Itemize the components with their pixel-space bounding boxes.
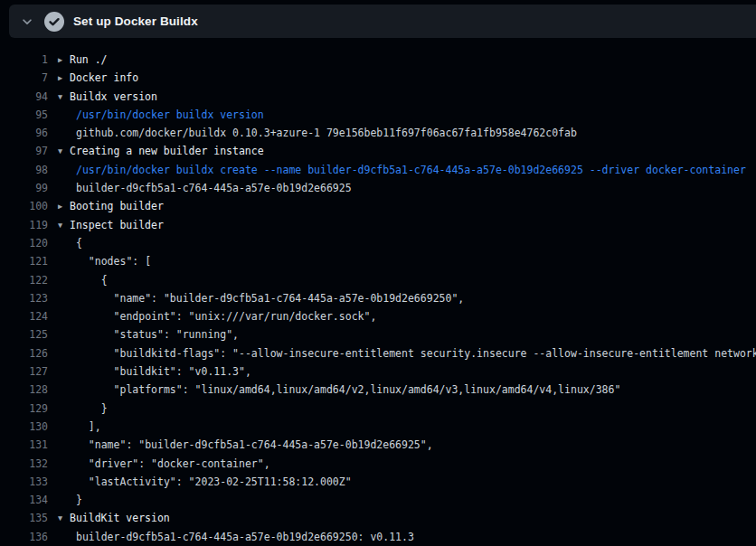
line-number[interactable]: 133 (0, 473, 48, 491)
line-number[interactable]: 130 (0, 418, 48, 436)
line-number[interactable]: 7 (0, 69, 48, 87)
log-line[interactable]: 98 /usr/bin/docker buildx create --name … (0, 161, 756, 179)
line-number[interactable]: 121 (0, 252, 48, 270)
chevron-down-icon[interactable] (19, 14, 35, 30)
group-collapsed-icon[interactable]: ▶ (58, 69, 62, 87)
log-text: } (76, 491, 82, 509)
log-line[interactable]: 99 builder-d9cfb5a1-c764-445a-a57e-0b19d… (0, 179, 756, 197)
line-number[interactable]: 122 (0, 271, 48, 289)
log-line[interactable]: 133 "lastActivity": "2023-02-25T11:58:12… (0, 473, 756, 491)
step-header[interactable]: Set up Docker Buildx (9, 5, 756, 38)
log-line[interactable]: 129 } (0, 400, 756, 418)
line-number[interactable]: 136 (0, 528, 48, 546)
check-circle-icon (44, 12, 64, 32)
log-line[interactable]: 94 ▼ Buildx version (0, 88, 756, 106)
line-number[interactable]: 129 (0, 400, 48, 418)
log-text: Run ./ (70, 51, 108, 69)
log-text: Inspect builder (70, 216, 164, 234)
line-number[interactable]: 98 (0, 161, 48, 179)
log-line[interactable]: 130 ], (0, 418, 756, 436)
log-line[interactable]: 134 } (0, 491, 756, 509)
log-text: BuildKit version (70, 509, 170, 527)
log-text: builder-d9cfb5a1-c764-445a-a57e-0b19d2e6… (76, 179, 352, 197)
log-line[interactable]: 122 { (0, 271, 756, 289)
log-line[interactable]: 95 /usr/bin/docker buildx version (0, 106, 756, 124)
log-text: "name": "builder-d9cfb5a1-c764-445a-a57e… (76, 436, 433, 454)
log-text: builder-d9cfb5a1-c764-445a-a57e-0b19d2e6… (76, 528, 414, 546)
group-collapsed-icon[interactable]: ▶ (58, 197, 62, 215)
log-line[interactable]: 121 "nodes": [ (0, 252, 756, 270)
log-text: "lastActivity": "2023-02-25T11:58:12.000… (76, 473, 352, 491)
log-line[interactable]: 131 "name": "builder-d9cfb5a1-c764-445a-… (0, 436, 756, 454)
log-text: Creating a new builder instance (70, 142, 264, 160)
log-text: { (76, 234, 82, 252)
log-text: "platforms": "linux/amd64,linux/amd64/v2… (76, 381, 620, 399)
line-number[interactable]: 128 (0, 381, 48, 399)
log-text: "driver": "docker-container", (76, 455, 270, 473)
log-text: /usr/bin/docker buildx create --name bui… (76, 161, 746, 179)
line-number[interactable]: 120 (0, 234, 48, 252)
actions-log-viewer: { "header": { "title": "Set up Docker Bu… (0, 0, 756, 546)
line-number[interactable]: 119 (0, 216, 48, 234)
log-line[interactable]: 96 github.com/docker/buildx 0.10.3+azure… (0, 124, 756, 142)
line-number[interactable]: 124 (0, 307, 48, 325)
log-line[interactable]: 124 "endpoint": "unix:///var/run/docker.… (0, 307, 756, 325)
log-text: github.com/docker/buildx 0.10.3+azure-1 … (76, 124, 577, 142)
log-line[interactable]: 136 builder-d9cfb5a1-c764-445a-a57e-0b19… (0, 528, 756, 546)
line-number[interactable]: 135 (0, 509, 48, 527)
log-line[interactable]: 100 ▶ Booting builder (0, 197, 756, 215)
log-text: Buildx version (70, 88, 157, 106)
log-line[interactable]: 127 "buildkit": "v0.11.3", (0, 362, 756, 381)
line-number[interactable]: 95 (0, 106, 48, 124)
step-title: Set up Docker Buildx (73, 14, 198, 28)
log-line[interactable]: 1 ▶ Run ./ (0, 51, 756, 69)
log-line[interactable]: 128 "platforms": "linux/amd64,linux/amd6… (0, 381, 756, 399)
line-number[interactable]: 125 (0, 325, 48, 344)
line-number[interactable]: 134 (0, 491, 48, 509)
group-collapsed-icon[interactable]: ▶ (58, 51, 62, 69)
log-text: Docker info (70, 69, 138, 87)
log-text: "status": "running", (76, 325, 239, 344)
log-line[interactable]: 135 ▼ BuildKit version (0, 509, 756, 527)
log-line[interactable]: 123 "name": "builder-d9cfb5a1-c764-445a-… (0, 289, 756, 307)
log-line[interactable]: 125 "status": "running", (0, 325, 756, 344)
log-text: ], (76, 418, 101, 436)
log-line[interactable]: 126 "buildkitd-flags": "--allow-insecure… (0, 344, 756, 362)
line-number[interactable]: 100 (0, 197, 48, 215)
line-number[interactable]: 132 (0, 455, 48, 473)
log-text: { (76, 271, 108, 289)
log-text: "name": "builder-d9cfb5a1-c764-445a-a57e… (76, 289, 464, 307)
line-number[interactable]: 126 (0, 344, 48, 362)
log-text: Booting builder (70, 197, 164, 215)
line-number[interactable]: 127 (0, 362, 48, 381)
line-number[interactable]: 123 (0, 289, 48, 307)
log-line[interactable]: 97 ▼ Creating a new builder instance (0, 142, 756, 160)
log-line[interactable]: 119 ▼ Inspect builder (0, 216, 756, 234)
line-number[interactable]: 94 (0, 88, 48, 106)
group-expanded-icon[interactable]: ▼ (58, 142, 62, 160)
line-number[interactable]: 96 (0, 124, 48, 142)
group-expanded-icon[interactable]: ▼ (58, 88, 62, 106)
log-text: "buildkit": "v0.11.3", (76, 362, 251, 381)
log-text: "nodes": [ (76, 252, 151, 270)
log-line[interactable]: 7 ▶ Docker info (0, 69, 756, 87)
log-text: "buildkitd-flags": "--allow-insecure-ent… (76, 344, 756, 362)
log-text: "endpoint": "unix:///var/run/docker.sock… (76, 307, 376, 325)
line-number[interactable]: 97 (0, 142, 48, 160)
line-number[interactable]: 131 (0, 436, 48, 454)
log-area: 1 ▶ Run ./ 7 ▶ Docker info 94 ▼ Buildx v… (0, 51, 756, 546)
line-number[interactable]: 1 (0, 51, 48, 69)
log-text: /usr/bin/docker buildx version (76, 106, 264, 124)
group-expanded-icon[interactable]: ▼ (58, 216, 62, 234)
group-expanded-icon[interactable]: ▼ (58, 509, 62, 527)
log-line[interactable]: 120 { (0, 234, 756, 252)
log-text: } (76, 400, 108, 418)
line-number[interactable]: 99 (0, 179, 48, 197)
log-line[interactable]: 132 "driver": "docker-container", (0, 455, 756, 473)
